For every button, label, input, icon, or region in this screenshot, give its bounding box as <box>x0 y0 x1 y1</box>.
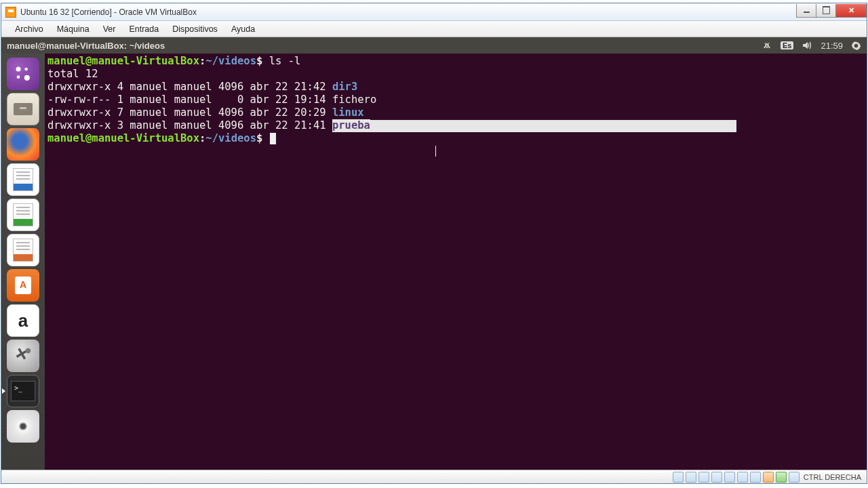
launcher-terminal[interactable]: >_ <box>7 375 39 407</box>
system-menu-icon[interactable] <box>851 41 861 51</box>
virtualbox-menubar: Archivo Máquina Ver Entrada Dispositivos… <box>1 21 867 37</box>
status-display-icon[interactable] <box>750 472 761 483</box>
launcher-impress[interactable] <box>7 234 39 266</box>
svg-point-3 <box>24 75 30 81</box>
launcher-calc[interactable] <box>7 199 39 231</box>
status-mouse-icon[interactable] <box>789 472 800 483</box>
guest-screen: manuel@manuel-VirtualBox: ~/videos Es 21… <box>1 37 867 470</box>
virtualbox-icon <box>5 7 16 18</box>
svg-point-1 <box>17 75 20 79</box>
status-audio-icon[interactable] <box>698 472 709 483</box>
status-processor-icon[interactable] <box>776 472 787 483</box>
maximize-button[interactable] <box>816 4 836 18</box>
virtualbox-title: Ubuntu 16 32 [Corriendo] - Oracle VM Vir… <box>20 7 797 17</box>
close-button[interactable] <box>835 4 867 18</box>
virtualbox-titlebar[interactable]: Ubuntu 16 32 [Corriendo] - Oracle VM Vir… <box>1 3 867 21</box>
launcher-disc[interactable] <box>7 410 39 443</box>
menu-maquina[interactable]: Máquina <box>50 23 96 35</box>
menu-entrada[interactable]: Entrada <box>122 23 165 35</box>
status-recording-icon[interactable] <box>763 472 774 483</box>
launcher-files[interactable] <box>7 93 39 125</box>
unity-launcher: a >_ <box>1 54 45 470</box>
launcher-software[interactable] <box>7 269 39 302</box>
window-title: manuel@manuel-VirtualBox: ~/videos <box>7 41 165 51</box>
menu-dispositivos[interactable]: Dispositivos <box>165 23 224 35</box>
launcher-firefox[interactable] <box>7 128 39 161</box>
svg-point-0 <box>16 67 21 72</box>
hostkey-label: CTRL DERECHA <box>804 473 861 481</box>
virtualbox-window: Ubuntu 16 32 [Corriendo] - Oracle VM Vir… <box>1 3 867 484</box>
status-usb-icon[interactable] <box>724 472 735 483</box>
launcher-amazon[interactable]: a <box>7 304 39 337</box>
keyboard-indicator[interactable]: Es <box>781 41 793 49</box>
clock[interactable]: 21:59 <box>821 41 843 51</box>
menu-ayuda[interactable]: Ayuda <box>224 23 262 35</box>
svg-point-2 <box>24 68 28 71</box>
status-hdd-icon[interactable] <box>673 472 684 483</box>
status-shared-folders-icon[interactable] <box>737 472 748 483</box>
minimize-button[interactable] <box>796 4 816 18</box>
ubuntu-topbar: manuel@manuel-VirtualBox: ~/videos Es 21… <box>1 37 867 54</box>
menu-ver[interactable]: Ver <box>96 23 123 35</box>
virtualbox-statusbar: CTRL DERECHA <box>1 470 867 483</box>
status-optical-icon[interactable] <box>686 472 696 483</box>
svg-point-4 <box>26 348 31 354</box>
launcher-settings[interactable] <box>7 340 39 372</box>
status-network-icon[interactable] <box>711 472 722 483</box>
menu-archivo[interactable]: Archivo <box>8 23 50 35</box>
terminal-area[interactable]: manuel@manuel-VirtualBox:~/videos$ ls -l… <box>45 54 867 470</box>
launcher-writer[interactable] <box>7 163 39 196</box>
network-indicator-icon[interactable] <box>762 40 772 51</box>
launcher-dash[interactable] <box>7 58 39 90</box>
sound-indicator-icon[interactable] <box>802 40 812 51</box>
